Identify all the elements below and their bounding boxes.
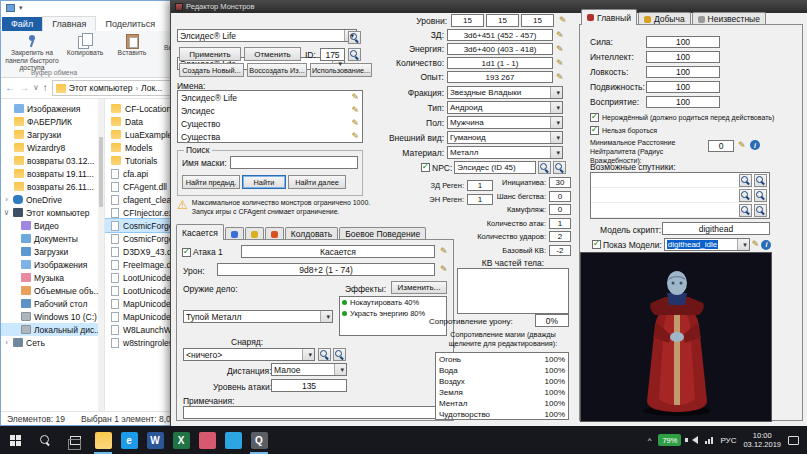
taskbar-app-button[interactable] [220, 426, 246, 454]
find-prev-button[interactable]: Найти предыд. [182, 175, 240, 189]
model-viewport[interactable] [580, 252, 772, 422]
field-value[interactable]: 1d1 (1 - 1) [447, 57, 553, 69]
scrollbar-thumb[interactable] [99, 137, 103, 207]
field-value[interactable]: 193 267 [447, 71, 553, 83]
edit-pencil-icon[interactable]: ✎ [556, 73, 564, 82]
create-new-button[interactable]: Создать Новый... [179, 63, 244, 77]
body-parts-kv-list[interactable] [457, 268, 569, 314]
info-icon[interactable]: i [761, 240, 771, 250]
change-effects-button[interactable]: Изменить... [391, 281, 447, 294]
weapon-skill-combo[interactable]: Тупой Металл [183, 310, 333, 323]
back-icon[interactable]: ← [5, 83, 15, 93]
up-icon[interactable]: ↑ [43, 83, 48, 93]
combo-select[interactable]: Металл [447, 146, 563, 159]
level-field-1[interactable]: 15 [451, 14, 484, 27]
taskbar-app-button[interactable]: Q [246, 426, 272, 454]
model-script-field[interactable]: digithead [662, 222, 770, 235]
resist-row[interactable]: Земля100% [436, 387, 568, 398]
sidebar-item[interactable]: Изображения [1, 102, 104, 115]
npc-clear-search-button[interactable] [553, 161, 566, 174]
name-row[interactable]: Элсидес✎ [178, 104, 362, 117]
edit-pencil-icon[interactable]: ✎ [440, 247, 448, 256]
companion-slot[interactable] [591, 173, 769, 188]
notes-input[interactable] [183, 406, 447, 419]
sidebar-item[interactable]: Видео [1, 219, 104, 232]
network-icon[interactable] [705, 437, 713, 444]
taskbar-app-button[interactable]: W [142, 426, 168, 454]
cancel-button[interactable]: Отменить [244, 47, 301, 61]
language-indicator[interactable]: РУС [720, 436, 736, 445]
param-value[interactable]: 0 [549, 204, 571, 215]
taskbar-app-button[interactable]: X [168, 426, 194, 454]
companion-slot[interactable] [591, 188, 769, 203]
edit-pencil-icon[interactable]: ✎ [351, 106, 359, 115]
resist-row[interactable]: Огонь100% [436, 354, 568, 365]
projectile-clear-search-button[interactable] [333, 348, 346, 361]
expand-chevron-icon[interactable]: ∨ [3, 208, 10, 217]
taskbar-app-button[interactable] [194, 426, 220, 454]
breadcrumb-segment[interactable]: Этот компьютер [69, 83, 133, 93]
attack-type-field[interactable]: Касается [241, 245, 435, 258]
sidebar-item[interactable]: Рабочий стол [1, 297, 104, 310]
name-mask-input[interactable] [230, 156, 358, 169]
combo-select[interactable]: Андроид [447, 101, 563, 114]
resist-row[interactable]: Чудотворство100% [436, 409, 568, 420]
copy-button[interactable]: Копировать [63, 33, 107, 57]
taskbar-app-button[interactable]: e [116, 426, 142, 454]
taskbar-search-button[interactable] [30, 426, 60, 454]
edit-pencil-icon[interactable]: ✎ [559, 16, 567, 25]
edit-pencil-icon[interactable]: ✎ [556, 31, 564, 40]
sidebar-item[interactable]: Объемные объ... [1, 284, 104, 297]
volume-icon[interactable] [688, 436, 698, 444]
npc-checkbox[interactable] [421, 163, 430, 172]
level-field-2[interactable]: 15 [486, 14, 519, 27]
combo-select[interactable]: Звездные Владыки [447, 86, 563, 99]
paste-button[interactable]: Вставить [110, 33, 154, 57]
tab-file[interactable]: Файл [2, 17, 42, 31]
sidebar-item[interactable]: Wizardry8 [1, 141, 104, 154]
find-next-button[interactable]: Найти далее [288, 175, 346, 189]
tab-main[interactable]: Главный [581, 9, 637, 25]
breadcrumb-segment[interactable]: Лок... [141, 83, 162, 93]
forward-icon[interactable]: → [19, 83, 29, 93]
attribute-value[interactable]: 100 [646, 36, 720, 48]
attribute-value[interactable]: 100 [646, 66, 720, 78]
attack1-checkbox[interactable] [182, 248, 191, 257]
show-model-checkbox[interactable] [592, 240, 601, 249]
edit-pencil-icon[interactable]: ✎ [351, 119, 359, 128]
attribute-value[interactable]: 100 [646, 51, 720, 63]
sidebar-item[interactable]: возвраты 03.12... [1, 154, 104, 167]
name-row[interactable]: Существо✎ [178, 117, 362, 130]
info-icon[interactable]: i [750, 140, 760, 150]
sidebar-item[interactable]: Загрузки [1, 128, 104, 141]
edit-pencil-icon[interactable]: ✎ [752, 240, 760, 249]
taskbar-app-button[interactable] [90, 426, 116, 454]
param-value[interactable]: -2 [549, 245, 571, 256]
param-value[interactable]: 30 [549, 177, 571, 188]
resist-row[interactable]: Ментал100% [436, 398, 568, 409]
edit-pencil-icon[interactable]: ✎ [351, 132, 359, 141]
edit-pencil-icon[interactable]: ✎ [351, 93, 359, 102]
pin-to-quick-access-button[interactable]: Закрепить на панели быстрого доступа [4, 33, 60, 72]
clock[interactable]: 10:0003.12.2019 [743, 431, 781, 450]
action-center-icon[interactable] [788, 436, 799, 445]
hidden-icons-chevron-icon[interactable]: ^ [648, 436, 652, 445]
expand-chevron-icon[interactable]: › [3, 195, 10, 204]
sidebar-item[interactable]: Изображения [1, 258, 104, 271]
combo-select[interactable]: Гуманоид [447, 131, 563, 144]
task-view-button[interactable] [60, 426, 90, 454]
animation-combo[interactable]: digithead_idle [664, 238, 750, 251]
companion-search-button[interactable] [739, 189, 752, 202]
companion-slot[interactable] [591, 203, 769, 218]
sidebar-item[interactable]: ›Сеть [1, 336, 104, 349]
sidebar-item[interactable]: возвраты 19.11... [1, 167, 104, 180]
apply-button[interactable]: Применить [179, 47, 241, 61]
sidebar-item[interactable]: Документы [1, 232, 104, 245]
companion-clear-search-button[interactable] [754, 204, 767, 217]
no-fight-toggle[interactable]: Нельзя бороться [590, 126, 657, 135]
npc-value-field[interactable]: Элсидес (ID 45) [454, 161, 536, 174]
damage-field[interactable]: 9d8+2 (1 - 74) [217, 263, 435, 276]
field-value[interactable]: 3d6+451 (452 - 457) [447, 29, 553, 41]
companion-clear-search-button[interactable] [754, 189, 767, 202]
find-button[interactable]: Найти [242, 175, 286, 189]
